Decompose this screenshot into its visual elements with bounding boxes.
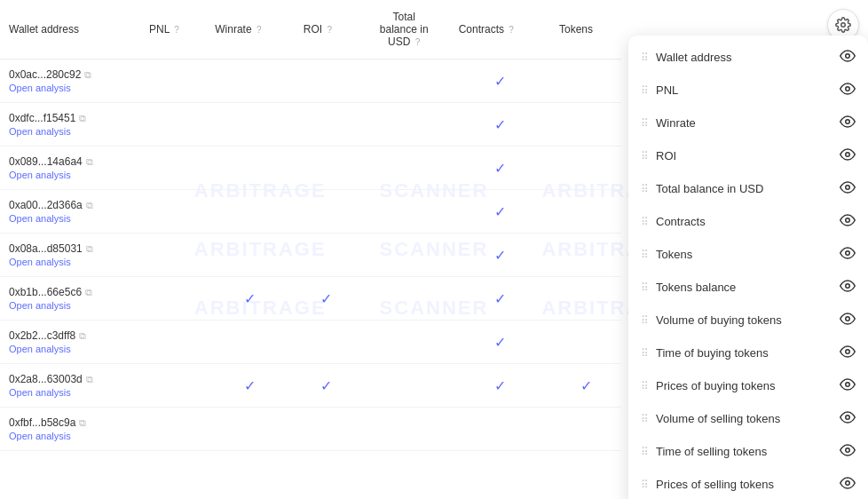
open-analysis-link[interactable]: Open analysis xyxy=(9,300,131,311)
open-analysis-link[interactable]: Open analysis xyxy=(9,344,131,354)
balance-cell xyxy=(359,408,450,451)
copy-icon[interactable]: ⧉ xyxy=(84,69,91,81)
tokens-cell xyxy=(550,103,621,147)
svg-point-7 xyxy=(846,251,850,256)
pnl-cell xyxy=(140,408,206,451)
wallet-address-text: 0x2b2...c3dff8 xyxy=(9,329,75,342)
dropdown-column-item[interactable]: ⠿ ROI xyxy=(628,139,868,172)
contracts-cell: ✓ xyxy=(450,277,550,321)
balance-cell xyxy=(359,364,450,408)
checkmark-icon: ✓ xyxy=(304,290,350,307)
dropdown-column-item[interactable]: ⠿ PNL xyxy=(628,74,868,107)
visibility-toggle-icon[interactable] xyxy=(840,376,856,395)
drag-handle-icon: ⠿ xyxy=(641,150,649,162)
visibility-toggle-icon[interactable] xyxy=(840,114,856,132)
visibility-toggle-icon[interactable] xyxy=(840,344,856,362)
dropdown-column-item[interactable]: ⠿ Time of buying tokens xyxy=(628,337,868,369)
visibility-toggle-icon[interactable] xyxy=(840,212,856,231)
dropdown-column-item[interactable]: ⠿ Volume of buying tokens xyxy=(628,304,868,337)
wallet-cell: 0xb1b...66e5c6 ⧉ Open analysis xyxy=(0,277,140,321)
wallet-cell: 0xfbf...b58c9a ⧉ Open analysis xyxy=(0,408,140,451)
dropdown-column-item[interactable]: ⠿ Tokens xyxy=(628,238,868,271)
table-row: 0xa00...2d366a ⧉ Open analysis ✓ xyxy=(0,190,621,234)
column-label: Time of buying tokens xyxy=(656,346,832,360)
roi-cell xyxy=(295,321,359,364)
dropdown-column-item[interactable]: ⠿ Winrate xyxy=(628,107,868,139)
roi-cell xyxy=(295,234,359,277)
winrate-cell xyxy=(206,147,295,190)
copy-icon[interactable]: ⧉ xyxy=(86,243,93,255)
winrate-cell xyxy=(206,408,295,451)
roi-cell xyxy=(295,103,359,147)
checkmark-icon: ✓ xyxy=(215,377,286,394)
wallet-address-text: 0xfbf...b58c9a xyxy=(9,416,75,429)
column-label: Total balance in USD xyxy=(656,182,832,195)
visibility-toggle-icon[interactable] xyxy=(840,311,856,329)
wallet-address-text: 0xdfc...f15451 xyxy=(9,112,75,124)
open-analysis-link[interactable]: Open analysis xyxy=(9,213,131,224)
table-header-row: Wallet address PNL ? Winrate ? ROI ? Tot… xyxy=(0,0,621,59)
roi-cell xyxy=(295,408,359,451)
open-analysis-link[interactable]: Open analysis xyxy=(9,431,131,441)
visibility-toggle-icon[interactable] xyxy=(840,278,856,297)
wallet-cell: 0xdfc...f15451 ⧉ Open analysis xyxy=(0,103,140,147)
visibility-toggle-icon[interactable] xyxy=(840,147,856,165)
column-label: Time of selling tokens xyxy=(656,445,832,458)
drag-handle-icon: ⠿ xyxy=(641,281,649,294)
wallet-cell: 0x089...14a6a4 ⧉ Open analysis xyxy=(0,147,140,190)
wallet-address: 0x08a...d85031 ⧉ xyxy=(9,242,131,255)
balance-cell xyxy=(359,277,450,321)
tokens-cell xyxy=(550,408,621,451)
table-row: 0x2a8...63003d ⧉ Open analysis ✓✓✓✓ xyxy=(0,364,621,408)
open-analysis-link[interactable]: Open analysis xyxy=(9,83,131,93)
dropdown-column-item[interactable]: ⠿ Prices of buying tokens xyxy=(628,369,868,402)
copy-icon[interactable]: ⧉ xyxy=(86,374,93,385)
copy-icon[interactable]: ⧉ xyxy=(85,287,92,298)
col-tokens: Tokens xyxy=(550,0,621,59)
copy-icon[interactable]: ⧉ xyxy=(86,200,93,211)
copy-icon[interactable]: ⧉ xyxy=(86,156,93,168)
dropdown-column-item[interactable]: ⠿ Time of selling tokens xyxy=(628,435,868,468)
visibility-toggle-icon[interactable] xyxy=(840,475,856,494)
contracts-cell: ✓ xyxy=(450,364,550,408)
dropdown-column-item[interactable]: ⠿ Wallet address xyxy=(628,41,868,74)
table-row: 0x0ac...280c92 ⧉ Open analysis ✓ xyxy=(0,59,621,103)
wallet-address-text: 0x0ac...280c92 xyxy=(9,68,81,81)
dropdown-column-item[interactable]: ⠿ Contracts xyxy=(628,205,868,238)
svg-point-1 xyxy=(846,54,850,59)
visibility-toggle-icon[interactable] xyxy=(840,442,856,461)
visibility-toggle-icon[interactable] xyxy=(840,245,856,264)
drag-handle-icon: ⠿ xyxy=(641,347,649,360)
winrate-cell xyxy=(206,234,295,277)
dropdown-column-item[interactable]: ⠿ Tokens balance xyxy=(628,271,868,304)
copy-icon[interactable]: ⧉ xyxy=(79,113,86,124)
wallet-address-text: 0xa00...2d366a xyxy=(9,199,83,211)
open-analysis-link[interactable]: Open analysis xyxy=(9,170,131,180)
visibility-toggle-icon[interactable] xyxy=(840,409,856,428)
copy-icon[interactable]: ⧉ xyxy=(79,330,86,342)
wallet-address: 0xdfc...f15451 ⧉ xyxy=(9,112,131,124)
open-analysis-link[interactable]: Open analysis xyxy=(9,257,131,267)
contracts-cell: ✓ xyxy=(450,234,550,277)
open-analysis-link[interactable]: Open analysis xyxy=(9,387,131,398)
visibility-toggle-icon[interactable] xyxy=(840,81,856,99)
dropdown-column-item[interactable]: ⠿ Volume of selling tokens xyxy=(628,402,868,435)
visibility-toggle-icon[interactable] xyxy=(840,179,856,198)
tokens-cell xyxy=(550,59,621,103)
pnl-cell xyxy=(140,234,206,277)
column-visibility-dropdown: ⠿ Wallet address ⠿ PNL ⠿ Winrate ⠿ RO xyxy=(628,36,868,499)
dropdown-column-item[interactable]: ⠿ Total balance in USD xyxy=(628,172,868,205)
winrate-cell xyxy=(206,59,295,103)
balance-cell xyxy=(359,190,450,234)
column-label: Tokens xyxy=(656,248,832,261)
open-analysis-link[interactable]: Open analysis xyxy=(9,126,131,137)
visibility-toggle-icon[interactable] xyxy=(840,48,856,67)
svg-point-4 xyxy=(846,153,850,157)
dropdown-column-item[interactable]: ⠿ Prices of selling tokens xyxy=(628,468,868,499)
drag-handle-icon: ⠿ xyxy=(641,183,649,195)
col-winrate: Winrate ? xyxy=(206,0,295,59)
wallet-address: 0x2a8...63003d ⧉ xyxy=(9,373,131,385)
contracts-cell: ✓ xyxy=(450,190,550,234)
pnl-cell xyxy=(140,364,206,408)
copy-icon[interactable]: ⧉ xyxy=(79,417,86,429)
